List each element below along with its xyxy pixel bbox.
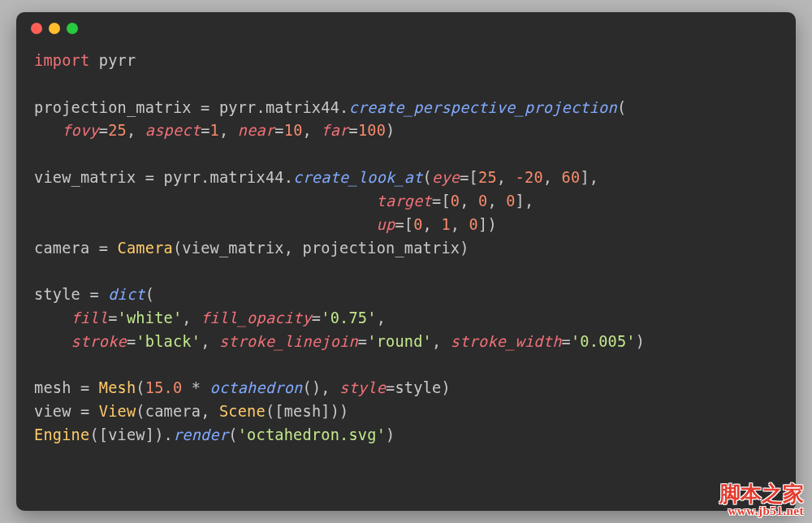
token-punc: [ [441, 192, 450, 210]
token-op: = [145, 169, 164, 186]
token-punc: . [256, 99, 265, 116]
code-line: mesh = Mesh(15.0 * octahedron(), style=s… [34, 377, 778, 400]
token-op: = [201, 122, 209, 139]
token-op: = [349, 122, 358, 139]
token-punc: ], [516, 192, 534, 210]
token-op: = [312, 309, 321, 326]
code-line [34, 354, 778, 378]
token-punc: ( [617, 99, 626, 116]
token-class: Mesh [99, 379, 136, 396]
token-num: 25 [108, 122, 127, 139]
token-punc: ([ [266, 403, 284, 420]
token-num: 10 [284, 122, 303, 139]
code-window: import pyrr projection_matrix = pyrr.mat… [16, 12, 796, 511]
token-punc: , [543, 169, 562, 186]
token-str: 'black' [136, 333, 201, 350]
token-punc: , [219, 122, 238, 139]
token-op: = [99, 122, 108, 139]
token-num: 0 [413, 216, 422, 233]
maximize-icon[interactable] [67, 23, 78, 34]
token-fn: create_look_at [293, 169, 423, 186]
token-punc: ]). [145, 426, 173, 443]
token-punc: ) [441, 379, 450, 396]
token-punc: , [497, 169, 516, 186]
token-var: projection_matrix [302, 240, 460, 257]
token-num: 100 [358, 122, 386, 139]
code-line [34, 260, 778, 283]
token-var: style [34, 286, 89, 303]
code-line: view_matrix = pyrr.matrix44.create_look_… [34, 166, 778, 190]
token-num: 0 [451, 192, 460, 210]
token-punc: ( [145, 286, 154, 303]
watermark-url: www.jb51.net [719, 505, 804, 518]
token-punc: ([ [89, 426, 108, 443]
token-punc: , [460, 192, 478, 210]
token-punc: ( [173, 240, 182, 257]
token-num: 60 [562, 169, 581, 186]
token-op: = [386, 379, 395, 396]
token-punc: , [432, 333, 451, 350]
token-var: view [108, 426, 145, 443]
token-sp [89, 52, 98, 69]
code-line: Engine([view]).render('octahedron.svg') [34, 424, 778, 447]
token-num: 25 [478, 169, 497, 186]
code-line: import pyrr [34, 50, 778, 73]
token-punc: ]) [478, 216, 497, 233]
minimize-icon[interactable] [49, 23, 60, 34]
token-class: Camera [118, 240, 173, 257]
token-var: mesh [34, 379, 80, 396]
token-var: style [395, 379, 441, 396]
token-op: = [358, 333, 367, 350]
token-punc: ( [423, 169, 432, 186]
token-punc: ) [386, 122, 395, 139]
token-punc: , [303, 122, 322, 139]
token-sp [34, 216, 377, 233]
token-var: pyrr [219, 99, 257, 116]
close-icon[interactable] [31, 23, 42, 34]
code-line: target=[0, 0, 0], [34, 190, 778, 214]
token-punc: ( [136, 379, 145, 396]
token-num: 0 [478, 192, 487, 210]
watermark-title: 脚本之家 [719, 483, 804, 505]
token-op: = [127, 333, 136, 350]
token-var: camera [34, 240, 99, 257]
token-punc: , [201, 333, 219, 350]
token-punc: , [182, 309, 201, 326]
token-op: = [89, 286, 108, 303]
token-dict: dict [108, 286, 145, 303]
token-param: stroke_width [451, 333, 562, 350]
token-str: 'white' [118, 309, 183, 326]
token-punc: ) [386, 426, 395, 443]
token-sp [34, 333, 71, 350]
token-param: near [238, 122, 275, 139]
token-punc: , [127, 122, 145, 139]
token-punc: ], [580, 169, 598, 186]
token-op: = [562, 333, 571, 350]
token-str: '0.005' [571, 333, 636, 350]
token-var: matrix44 [266, 99, 339, 116]
token-punc: , [201, 403, 219, 420]
token-punc: , [284, 240, 303, 257]
code-line [34, 143, 778, 166]
token-punc: , [487, 192, 506, 210]
token-punc: [ [404, 216, 413, 233]
token-param: style [339, 379, 386, 396]
token-class: Engine [34, 426, 89, 443]
token-param: target [377, 192, 432, 210]
token-str: 'octahedron.svg' [238, 426, 386, 443]
token-var: matrix44 [210, 169, 284, 186]
token-op: = [201, 99, 219, 116]
code-line: camera = Camera(view_matrix, projection_… [34, 237, 778, 261]
token-num: 1 [210, 122, 219, 139]
token-num: 15.0 [145, 379, 183, 396]
token-op: = [99, 240, 118, 257]
token-str: '0.75' [321, 309, 376, 326]
token-param: far [321, 122, 348, 139]
token-punc: . [339, 99, 348, 116]
token-op: * [182, 379, 209, 396]
token-op: = [432, 192, 441, 210]
code-line: projection_matrix = pyrr.matrix44.create… [34, 97, 778, 120]
token-punc: ( [136, 403, 145, 420]
token-op: = [274, 122, 283, 139]
token-punc: , [423, 216, 442, 233]
